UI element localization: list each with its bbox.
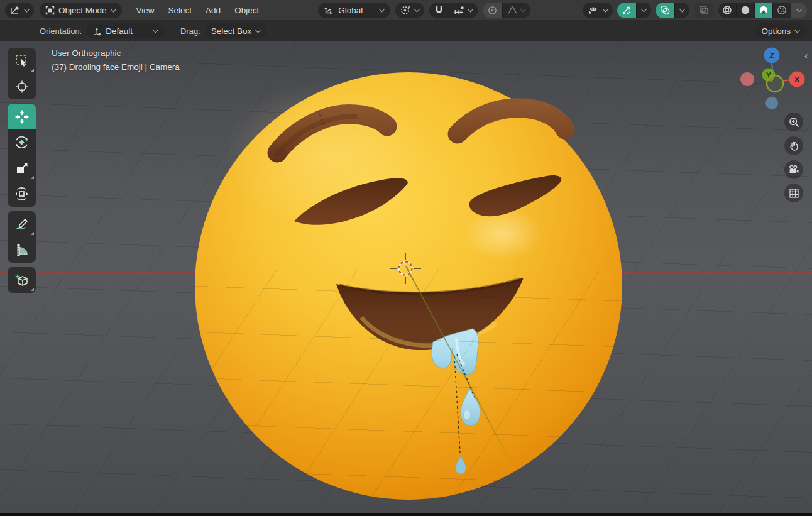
shading-material-preview-button[interactable]: [754, 3, 772, 18]
subtool-indicator: [31, 288, 34, 291]
wireframe-sphere-icon: [722, 5, 732, 15]
toolbar-rotate-button[interactable]: [8, 129, 36, 155]
solid-sphere-icon: [740, 5, 750, 15]
chevron-down-icon: [641, 6, 647, 13]
transform-orientation-dropdown[interactable]: Global: [318, 3, 390, 18]
rendered-sphere-icon: [777, 5, 787, 15]
editor-type-3d-viewport-icon: [9, 5, 20, 15]
chevron-down-icon: [468, 6, 474, 13]
proportional-edit-group: [483, 3, 530, 18]
overlays-dropdown[interactable]: [674, 3, 689, 18]
xray-toggle[interactable]: [695, 3, 713, 18]
orientation-axes-icon: [324, 5, 334, 15]
editor-type-button[interactable]: [5, 3, 34, 18]
toolbar-scale-button[interactable]: [8, 155, 36, 181]
visibility-eye-icon: [587, 5, 599, 15]
transform-tool-icon: [14, 186, 30, 202]
toolbar-measure-button[interactable]: [8, 237, 36, 263]
shading-rendered-button[interactable]: [772, 3, 791, 18]
snap-increment-icon: [454, 6, 465, 15]
scale-tool-icon: [14, 161, 30, 176]
falloff-curve-icon: [507, 6, 518, 14]
object-mode-icon: [45, 6, 55, 15]
toolbar-add-cube-button[interactable]: [8, 267, 36, 293]
shading-dropdown[interactable]: [791, 3, 807, 18]
orientation-label: Orientation:: [35, 26, 87, 36]
toolbar-annotate-button[interactable]: [8, 211, 36, 237]
show-gizmos-toggle[interactable]: [617, 3, 636, 18]
tool-settings-bar: Orientation: Default Drag: Select Box Op…: [0, 21, 812, 41]
chevron-down-icon: [794, 27, 801, 33]
drag-label: Drag:: [175, 26, 206, 36]
chevron-down-icon: [110, 6, 116, 13]
gizmo-minus-x-ball[interactable]: [740, 72, 754, 86]
gizmo-z-label: Z: [769, 51, 774, 60]
rotate-tool-icon: [14, 134, 30, 150]
camera-icon: [788, 164, 799, 175]
proportional-edit-toggle[interactable]: [483, 3, 502, 18]
overlays-icon: [660, 5, 670, 15]
magnet-icon: [434, 5, 444, 15]
shading-solid-button[interactable]: [736, 3, 754, 18]
gizmos-dropdown[interactable]: [636, 3, 651, 18]
gizmo-front-ring[interactable]: [767, 75, 783, 92]
chevron-down-icon: [603, 6, 609, 13]
chevron-down-icon: [379, 6, 385, 13]
toolbar-select-box-button[interactable]: [8, 48, 36, 74]
pivot-point-dropdown[interactable]: [395, 3, 424, 18]
pan-button[interactable]: [784, 136, 803, 155]
move-tool-icon: [14, 109, 30, 125]
orientation-default-icon: [92, 26, 102, 36]
options-dropdown[interactable]: Options: [755, 23, 806, 38]
cursor-3d-icon: [14, 79, 30, 94]
camera-view-button[interactable]: [784, 160, 803, 179]
overlays-group: [656, 3, 689, 18]
chevron-down-icon: [796, 6, 803, 13]
zoom-button[interactable]: [784, 113, 803, 131]
menu-object[interactable]: Object: [228, 6, 266, 15]
hand-icon: [789, 141, 799, 151]
subtool-indicator: [31, 232, 34, 235]
drag-mode-dropdown[interactable]: Select Box: [206, 23, 267, 38]
menu-view[interactable]: View: [129, 6, 162, 15]
tool-orientation-value: Default: [106, 26, 133, 36]
toolbar-move-button[interactable]: [8, 104, 36, 129]
show-overlays-toggle[interactable]: [656, 3, 674, 18]
tool-orientation-dropdown[interactable]: Default: [87, 23, 164, 38]
options-label: Options: [761, 26, 791, 36]
select-box-icon: [14, 53, 30, 69]
subtool-indicator: [31, 69, 34, 72]
gizmos-group: [617, 3, 651, 18]
mode-dropdown[interactable]: Object Mode: [40, 3, 122, 18]
grid-icon: [789, 188, 799, 199]
proportional-falloff-dropdown[interactable]: [502, 3, 530, 18]
gizmo-minus-z-ball[interactable]: [765, 97, 778, 109]
chevron-down-icon: [520, 6, 527, 13]
pivot-point-icon: [400, 5, 410, 16]
snap-toggle-button[interactable]: [429, 3, 449, 18]
tool-shelf: [8, 48, 36, 293]
gizmo-x-label: X: [794, 75, 800, 84]
menu-select[interactable]: Select: [162, 6, 199, 15]
nav-gizmo[interactable]: Y Z X: [0, 0, 812, 516]
menu-add[interactable]: Add: [199, 6, 228, 15]
proportional-edit-icon: [488, 6, 497, 15]
material-preview-sphere-icon: [759, 5, 769, 15]
orthographic-toggle-button[interactable]: [784, 184, 803, 202]
add-cube-icon: [14, 272, 30, 288]
sidebar-collapse-arrow[interactable]: ‹: [804, 50, 808, 61]
toolbar-transform-button[interactable]: [8, 181, 36, 207]
chevron-down-icon: [153, 27, 159, 33]
chevron-down-icon: [255, 27, 261, 33]
snap-settings-dropdown[interactable]: [449, 3, 478, 18]
snapping-group: [429, 3, 478, 18]
shading-wireframe-button[interactable]: [718, 3, 736, 18]
mode-dropdown-label: Object Mode: [58, 6, 107, 15]
toolbar-cursor-button[interactable]: [8, 74, 36, 99]
object-visibility-dropdown[interactable]: [583, 3, 613, 18]
gizmo-arrow-icon: [622, 5, 632, 15]
drag-mode-value: Select Box: [211, 26, 252, 36]
xray-icon: [699, 5, 709, 15]
annotate-pencil-icon: [14, 217, 30, 232]
magnifier-plus-icon: [789, 117, 799, 128]
